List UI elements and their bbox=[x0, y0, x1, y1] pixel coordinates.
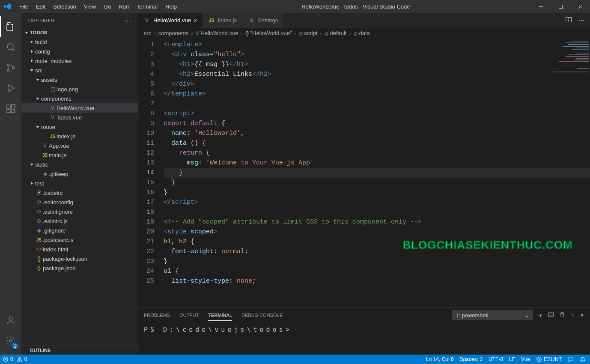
panel-close-icon[interactable]: ✕ bbox=[580, 313, 584, 318]
menu-terminal[interactable]: Terminal bbox=[133, 0, 161, 13]
code-line[interactable]: font-weight: normal; bbox=[164, 247, 590, 257]
tree-item[interactable]: test bbox=[21, 179, 138, 188]
code-line[interactable] bbox=[164, 207, 590, 217]
status-bell-icon[interactable] bbox=[580, 356, 586, 362]
more-actions-icon[interactable]: ⋯ bbox=[578, 16, 585, 24]
terminal-selector[interactable]: 1: powershell⌄ bbox=[452, 310, 533, 320]
code-line[interactable]: data () { bbox=[164, 138, 590, 148]
code-line[interactable]: } bbox=[164, 168, 590, 178]
code-line[interactable]: } bbox=[164, 188, 590, 197]
panel-tab-debug-console[interactable]: DEBUG CONSOLE bbox=[241, 310, 283, 320]
panel-tab-output[interactable]: OUTPUT bbox=[179, 310, 199, 320]
panel-tab-problems[interactable]: PROBLEMS bbox=[144, 310, 170, 320]
tree-item[interactable]: <>index.html bbox=[21, 245, 138, 254]
status-eslint[interactable]: ESLINT bbox=[536, 356, 562, 362]
tree-item[interactable]: router bbox=[21, 122, 138, 131]
source-control-tab[interactable] bbox=[0, 57, 21, 78]
menu-edit[interactable]: Edit bbox=[32, 0, 49, 13]
status-language[interactable]: Vue bbox=[521, 356, 530, 362]
tree-item[interactable]: static bbox=[21, 160, 138, 169]
kill-terminal-icon[interactable] bbox=[559, 312, 565, 319]
code-line[interactable]: h1, h2 { bbox=[164, 237, 590, 247]
code-area[interactable]: <template> <div class="hello"> <h1>{{ ms… bbox=[162, 38, 590, 307]
tree-item[interactable]: VHelloWorld.vue bbox=[21, 103, 138, 113]
tree-item[interactable]: ◆.gitkeep bbox=[21, 169, 138, 179]
accounts-button[interactable] bbox=[0, 310, 21, 331]
code-line[interactable]: <template> bbox=[164, 40, 590, 50]
outline-section[interactable]: OUTLINE bbox=[21, 345, 138, 355]
split-editor-icon[interactable] bbox=[565, 16, 572, 25]
tree-item[interactable]: B.babelrc bbox=[21, 188, 138, 197]
status-line-col[interactable]: Ln 14, Col 6 bbox=[426, 356, 454, 362]
code-line[interactable]: </div> bbox=[164, 79, 590, 89]
explorer-tab[interactable] bbox=[0, 16, 21, 37]
status-encoding[interactable]: UTF-8 bbox=[489, 356, 503, 362]
code-line[interactable]: msg: 'Welcome to Your Vue.js App' bbox=[164, 158, 590, 168]
menu-run[interactable]: Run bbox=[115, 0, 133, 13]
code-line[interactable]: <style scoped> bbox=[164, 227, 590, 237]
new-terminal-icon[interactable]: ＋ bbox=[538, 312, 543, 319]
tree-item[interactable]: assets bbox=[21, 75, 138, 84]
tree-item[interactable]: JS.postcssrc.js bbox=[21, 235, 138, 245]
minimap[interactable] bbox=[547, 38, 590, 307]
tree-item[interactable]: {}package.json bbox=[21, 263, 138, 273]
code-line[interactable]: <h1>{{ msg }}</h1> bbox=[164, 60, 590, 69]
tree-item[interactable]: ⊘.eslintignore bbox=[21, 207, 138, 216]
tree-item[interactable]: components bbox=[21, 94, 138, 103]
settings-gear-button[interactable]: 1 bbox=[0, 331, 21, 351]
code-line[interactable]: } bbox=[164, 257, 590, 266]
code-line[interactable]: name: 'HelloWorld', bbox=[164, 128, 590, 138]
editor-tab[interactable]: VHelloWorld.vue× bbox=[138, 13, 203, 28]
split-terminal-icon[interactable] bbox=[548, 312, 554, 319]
code-line[interactable]: ul { bbox=[164, 266, 590, 276]
tree-item[interactable]: JSmain.js bbox=[21, 150, 138, 160]
status-feedback-icon[interactable] bbox=[568, 356, 574, 362]
code-line[interactable]: <h2>Essential Links</h2> bbox=[164, 69, 590, 79]
maximize-button[interactable] bbox=[551, 0, 570, 13]
code-line[interactable]: list-style-type: none; bbox=[164, 276, 590, 286]
breadcrumbs[interactable]: src›components›V HelloWorld.vue›{} "Hell… bbox=[138, 28, 590, 38]
tree-item[interactable]: ⚙.editorconfig bbox=[21, 197, 138, 207]
tree-item[interactable]: build bbox=[21, 37, 138, 47]
status-warnings[interactable]: 0 bbox=[17, 356, 27, 362]
terminal-body[interactable]: PS D:\code\vuejs\todos> bbox=[138, 322, 590, 355]
code-line[interactable]: return { bbox=[164, 148, 590, 158]
search-tab[interactable] bbox=[0, 37, 21, 57]
editor-tab[interactable]: ⚙Settings bbox=[242, 13, 283, 28]
code-line[interactable]: </template> bbox=[164, 89, 590, 99]
tree-item[interactable]: config bbox=[21, 47, 138, 56]
breadcrumb-item[interactable]: {} "HelloWorld.vue" bbox=[245, 30, 292, 36]
code-editor[interactable]: 1234567891011121314151617181920212223242… bbox=[138, 38, 590, 307]
tab-close-icon[interactable]: × bbox=[194, 17, 197, 24]
panel-tab-terminal[interactable]: TERMINAL bbox=[208, 310, 232, 321]
menu-file[interactable]: File bbox=[15, 0, 32, 13]
menu-view[interactable]: View bbox=[80, 0, 100, 13]
code-line[interactable]: } bbox=[164, 178, 590, 188]
tree-item[interactable]: src bbox=[21, 66, 138, 75]
extensions-tab[interactable] bbox=[0, 98, 21, 119]
menu-help[interactable]: Help bbox=[161, 0, 181, 13]
breadcrumb-item[interactable]: ◇ data bbox=[354, 30, 370, 36]
breadcrumb-item[interactable]: components bbox=[158, 30, 189, 36]
code-line[interactable]: </script> bbox=[164, 197, 590, 207]
status-spaces[interactable]: Spaces: 2 bbox=[460, 356, 483, 362]
code-line[interactable]: <!-- Add "scoped" attribute to limit CSS… bbox=[164, 217, 590, 227]
tree-item[interactable]: JSindex.js bbox=[21, 131, 138, 141]
menu-selection[interactable]: Selection bbox=[49, 0, 80, 13]
code-line[interactable]: <script> bbox=[164, 109, 590, 119]
sidebar-more-icon[interactable]: ⋯ bbox=[124, 16, 132, 25]
status-errors[interactable]: 0 bbox=[3, 356, 13, 362]
breadcrumb-item[interactable]: src bbox=[144, 30, 151, 36]
panel-maximize-icon[interactable]: ＾ bbox=[570, 312, 575, 319]
code-line[interactable] bbox=[164, 99, 590, 109]
editor-tab[interactable]: JSindex.js bbox=[203, 13, 242, 28]
code-line[interactable]: export default { bbox=[164, 119, 590, 128]
tree-item[interactable]: ◆.gitignore bbox=[21, 226, 138, 235]
tree-item[interactable]: ⊘.eslintrc.js bbox=[21, 216, 138, 226]
tree-item[interactable]: ◫logo.png bbox=[21, 84, 138, 94]
menu-go[interactable]: Go bbox=[100, 0, 115, 13]
run-debug-tab[interactable] bbox=[0, 78, 21, 98]
tree-item[interactable]: VApp.vue bbox=[21, 141, 138, 150]
status-eol[interactable]: LF bbox=[509, 356, 515, 362]
tree-root[interactable]: TODOS bbox=[21, 28, 138, 37]
